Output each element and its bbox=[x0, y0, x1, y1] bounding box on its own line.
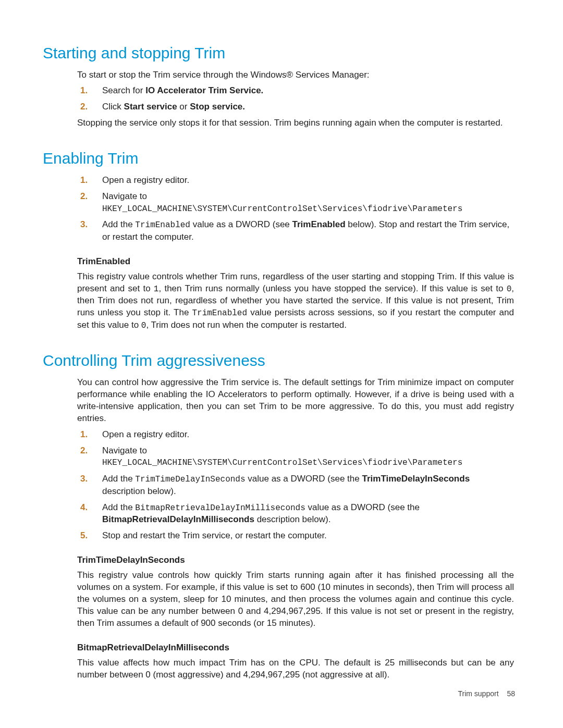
step-text: Open a registry editor. bbox=[102, 175, 189, 185]
section1-step2: 2. Click Start service or Stop service. bbox=[77, 101, 514, 113]
section3-steps: 1. Open a registry editor. 2. Navigate t… bbox=[77, 429, 514, 542]
step-text-bold: Start service bbox=[124, 102, 177, 112]
section3-step5: 5. Stop and restart the Trim service, or… bbox=[77, 530, 514, 542]
inline-code: TrimEnabled bbox=[192, 309, 247, 318]
section3-step4: 4. Add the BitmapRetrievalDelayInMillise… bbox=[77, 502, 514, 526]
trimenabled-description: This registry value controls whether Tri… bbox=[77, 271, 514, 332]
list-number: 2. bbox=[80, 191, 88, 203]
step-text-mid: value as a DWORD (see bbox=[190, 219, 292, 229]
subheading-trimtimedelay: TrimTimeDelayInSeconds bbox=[77, 554, 514, 566]
step-text-pre: Add the bbox=[102, 502, 135, 512]
step-text-bold2: Stop service. bbox=[190, 102, 245, 112]
section3-intro: You can control how aggressive the Trim … bbox=[77, 377, 514, 425]
list-number: 2. bbox=[80, 101, 88, 113]
subheading-trimenabled: TrimEnabled bbox=[77, 256, 514, 268]
section2-step3: 3. Add the TrimEnabled value as a DWORD … bbox=[77, 219, 514, 243]
step-text-pre: Add the bbox=[102, 474, 135, 484]
step-text-post: description below). bbox=[254, 514, 331, 524]
section2-body: 1. Open a registry editor. 2. Navigate t… bbox=[77, 175, 514, 332]
section3-body: You can control how aggressive the Trim … bbox=[77, 377, 514, 681]
heading-controlling-aggressiveness: Controlling Trim aggressiveness bbox=[43, 350, 517, 372]
section3-step1: 1. Open a registry editor. bbox=[77, 429, 514, 441]
list-number: 5. bbox=[80, 530, 88, 542]
section3-step3: 3. Add the TrimTimeDelayInSeconds value … bbox=[77, 473, 514, 498]
step-text-bold: IO Accelerator Trim Service. bbox=[145, 85, 263, 95]
footer-label: Trim support bbox=[458, 689, 498, 698]
step-text: Open a registry editor. bbox=[102, 429, 189, 439]
step-text-mid: value as a DWORD (see the bbox=[246, 474, 362, 484]
page-footer: Trim support 58 bbox=[458, 689, 515, 699]
list-number: 1. bbox=[80, 175, 88, 187]
list-number: 3. bbox=[80, 473, 88, 485]
para-mid1: , then Trim runs normally (unless you ha… bbox=[158, 283, 506, 293]
section1-body: To start or stop the Trim service throug… bbox=[77, 69, 514, 130]
para-post: , Trim does not run when the computer is… bbox=[146, 320, 347, 330]
step-text-bold: TrimEnabled bbox=[292, 219, 346, 229]
list-number: 3. bbox=[80, 219, 88, 231]
section1-steps: 1. Search for IO Accelerator Trim Servic… bbox=[77, 85, 514, 113]
list-number: 1. bbox=[80, 429, 88, 441]
list-number: 1. bbox=[80, 85, 88, 97]
list-number: 4. bbox=[80, 502, 88, 514]
step-text-bold: TrimTimeDelayInSeconds bbox=[362, 474, 470, 484]
step-text: Navigate to bbox=[102, 191, 147, 201]
section1-outro: Stopping the service only stops it for t… bbox=[77, 117, 514, 129]
step-text-mid: or bbox=[177, 102, 190, 112]
step-text-pre: Click bbox=[102, 102, 124, 112]
step-text-pre: Add the bbox=[102, 219, 135, 229]
step-text-mid: value as a DWORD (see the bbox=[305, 502, 420, 512]
inline-code: TrimTimeDelayInSeconds bbox=[135, 475, 245, 484]
section1-intro: To start or stop the Trim service throug… bbox=[77, 69, 514, 81]
step-text: Stop and restart the Trim service, or re… bbox=[102, 530, 327, 540]
heading-enabling-trim: Enabling Trim bbox=[43, 148, 517, 169]
inline-code: 0 bbox=[507, 285, 512, 294]
step-text: Navigate to bbox=[102, 446, 147, 455]
page-number: 58 bbox=[507, 689, 515, 699]
step-text-pre: Search for bbox=[102, 85, 145, 95]
step-text-bold: BitmapRetrievalDelayInMilliseconds bbox=[102, 514, 254, 524]
heading-starting-stopping-trim: Starting and stopping Trim bbox=[43, 43, 517, 64]
trimtimedelay-description: This registry value controls how quickly… bbox=[77, 570, 514, 630]
document-page: Starting and stopping Trim To start or s… bbox=[0, 0, 563, 728]
bitmapdelay-description: This value affects how much impact Trim … bbox=[77, 657, 514, 681]
inline-code: 0 bbox=[141, 321, 146, 330]
registry-path: HKEY_LOCAL_MACHINE\SYSTEM\CurrentControl… bbox=[102, 204, 462, 214]
section2-step1: 1. Open a registry editor. bbox=[77, 175, 514, 187]
subheading-bitmapdelay: BitmapRetrievalDelayInMilliseconds bbox=[77, 642, 514, 654]
inline-code: BitmapRetrievalDelayInMilliseconds bbox=[135, 503, 305, 513]
list-number: 2. bbox=[80, 445, 88, 457]
inline-code: 1 bbox=[154, 285, 159, 294]
section3-step2: 2. Navigate to HKEY_LOCAL_MACHINE\SYSTEM… bbox=[77, 445, 514, 470]
section1-step1: 1. Search for IO Accelerator Trim Servic… bbox=[77, 85, 514, 97]
inline-code: TrimEnabled bbox=[135, 220, 190, 230]
section2-steps: 1. Open a registry editor. 2. Navigate t… bbox=[77, 175, 514, 243]
section2-step2: 2. Navigate to HKEY_LOCAL_MACHINE\SYSTEM… bbox=[77, 191, 514, 215]
step-text-post: description below). bbox=[102, 486, 176, 496]
registry-path: HKEY_LOCAL_MACHINE\SYSTEM\CurrentControl… bbox=[102, 458, 462, 467]
